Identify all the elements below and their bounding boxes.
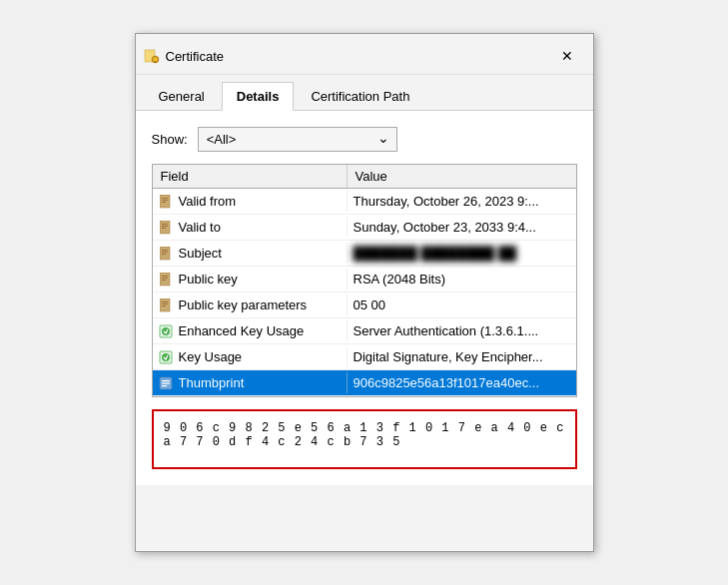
row-field-public-key-params: Public key parameters [153,294,348,315]
row-field-valid-to: Valid to [153,217,348,238]
row-field-subject: Subject [153,243,348,264]
svg-rect-20 [162,280,166,281]
table-row[interactable]: Enhanced Key Usage Server Authentication… [153,318,576,344]
svg-rect-8 [162,202,166,203]
svg-rect-31 [162,382,170,383]
green-arrow-icon [159,350,173,364]
window-title: Certificate [166,49,225,64]
svg-rect-12 [162,228,166,229]
svg-rect-15 [162,252,168,253]
title-bar-left: Certificate [144,48,225,64]
svg-rect-23 [162,303,168,304]
svg-rect-24 [162,305,166,306]
row-field-thumbprint: Thumbprint [153,372,348,393]
col-field-header: Field [153,165,348,188]
certificate-icon [144,48,160,64]
tab-certification-path[interactable]: Certification Path [296,82,424,111]
svg-rect-10 [162,224,168,225]
tab-general[interactable]: General [144,82,220,111]
table-row[interactable]: Public key RSA (2048 Bits) [153,267,576,292]
doc-icon [159,298,173,312]
svg-rect-9 [160,221,170,234]
svg-rect-30 [162,380,170,381]
svg-rect-19 [162,278,168,279]
table-row-thumbprint[interactable]: Thumbprint 906c9825e56a13f1017ea40ec... [153,370,576,396]
svg-rect-16 [162,254,166,255]
row-value-subject: ███████ ████████ ██ [348,243,576,264]
row-value-enhanced-key-usage: Server Authentication (1.3.6.1.... [348,320,576,341]
svg-rect-18 [162,276,168,277]
field-label: Public key [179,272,238,287]
row-value-valid-to: Sunday, October 23, 2033 9:4... [348,217,576,238]
show-select[interactable]: <All> [198,127,397,152]
blue-doc-icon [159,376,173,390]
table-row[interactable]: Subject ███████ ████████ ██ [153,241,576,267]
svg-rect-13 [160,247,170,260]
row-value-thumbprint: 906c9825e56a13f1017ea40ec... [348,372,576,393]
doc-icon [159,195,173,209]
row-field-enhanced-key-usage: Enhanced Key Usage [153,320,348,341]
show-row: Show: <All> [152,127,577,152]
field-label: Valid from [179,194,237,209]
row-value-public-key-params: 05 00 [348,294,576,315]
svg-rect-14 [162,250,168,251]
field-label: Public key parameters [179,297,308,312]
svg-rect-11 [162,226,168,227]
doc-icon [159,247,173,261]
svg-rect-7 [162,200,168,201]
table-row[interactable]: Public key parameters 05 00 [153,292,576,318]
green-arrow-icon [159,324,173,338]
tabs-bar: General Details Certification Path [136,75,593,111]
svg-rect-21 [160,298,170,311]
svg-rect-22 [162,301,168,302]
doc-icon [159,221,173,235]
table-row[interactable]: Valid to Sunday, October 23, 2033 9:4... [153,215,576,241]
certificate-dialog: Certificate ✕ General Details Certificat… [135,33,594,552]
field-label: Enhanced Key Usage [179,323,305,338]
svg-rect-17 [160,273,170,286]
row-field-public-key: Public key [153,269,348,290]
col-value-header: Value [348,165,576,188]
table-header: Field Value [153,165,576,189]
tab-content: Show: <All> Field Value [136,111,593,485]
close-button[interactable]: ✕ [553,42,581,70]
details-table: Field Value Valid from Thursday, October… [152,164,577,397]
detail-value-box: 9 0 6 c 9 8 2 5 e 5 6 a 1 3 f 1 0 1 7 e … [152,409,577,469]
row-field-valid-from: Valid from [153,191,348,212]
field-label: Subject [179,246,222,261]
show-label: Show: [152,132,188,147]
svg-rect-5 [160,195,170,208]
svg-rect-6 [162,198,168,199]
doc-icon [159,273,173,287]
field-label: Valid to [179,220,221,235]
show-select-wrapper[interactable]: <All> [198,127,397,152]
table-row[interactable]: Valid from Thursday, October 26, 2023 9:… [153,189,576,215]
field-label: Key Usage [179,349,243,364]
svg-rect-32 [162,385,167,386]
row-value-valid-from: Thursday, October 26, 2023 9:... [348,191,576,212]
table-row[interactable]: Key Usage Digital Signature, Key Enciphe… [153,344,576,370]
field-label: Thumbprint [179,375,245,390]
title-bar: Certificate ✕ [136,34,593,75]
tab-details[interactable]: Details [222,82,295,111]
row-value-public-key: RSA (2048 Bits) [348,269,576,290]
row-field-key-usage: Key Usage [153,346,348,367]
table-body[interactable]: Valid from Thursday, October 26, 2023 9:… [153,189,576,396]
row-value-key-usage: Digital Signature, Key Encipher... [348,346,576,367]
